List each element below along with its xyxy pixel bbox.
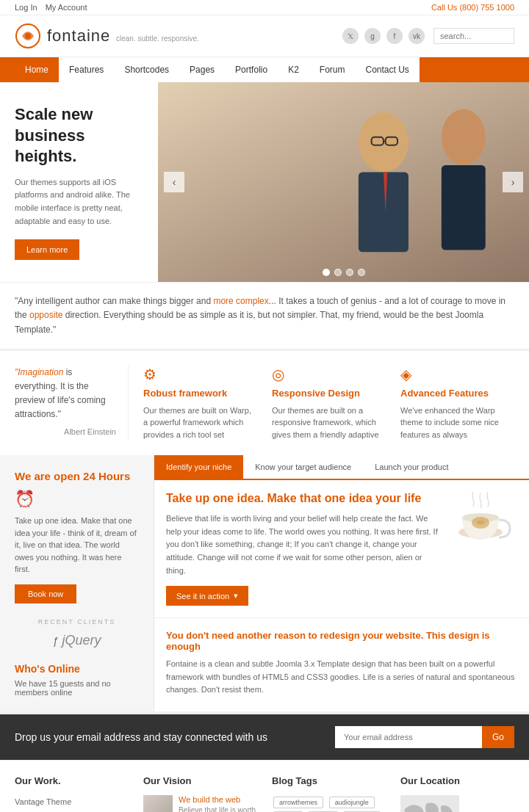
vk-icon[interactable]: vk <box>409 28 425 44</box>
book-now-button[interactable]: Book now <box>15 584 76 603</box>
newsletter-form: Go <box>335 726 514 748</box>
right-column: Identify your niche Know your target aud… <box>154 455 529 711</box>
nav-item-home[interactable]: Home <box>15 57 59 82</box>
open-24-title: We are open 24 Hours <box>15 470 139 482</box>
hero-description: Our themes supports all iOS platforms an… <box>15 176 143 228</box>
framework-icon: ⚙ <box>143 366 257 383</box>
responsive-icon: ◎ <box>272 366 386 383</box>
logo-tagline: clean. subtle. responsive. <box>116 35 199 43</box>
logo-text: fontaine <box>47 26 110 45</box>
recent-clients-section: RECENT CLIENTS ƒ jQuery <box>15 618 139 648</box>
svg-point-5 <box>442 109 486 165</box>
svg-rect-4 <box>359 172 409 252</box>
top-bar-left: Log In My Account <box>15 3 93 12</box>
footer-top: Our Work. Vantage Theme Lighthouse Theme… <box>0 760 529 812</box>
newsletter-email-input[interactable] <box>335 726 482 748</box>
login-link[interactable]: Log In <box>15 3 37 12</box>
footer-location-title: Our Location <box>400 775 514 786</box>
world-map-icon <box>400 795 459 812</box>
left-column: We are open 24 Hours ⏰ Take up one idea.… <box>0 455 154 711</box>
dropdown-icon: ▾ <box>234 591 238 601</box>
hero-image: ‹ › <box>158 82 529 282</box>
features-section: "Imagination is everything. It is the pr… <box>0 350 529 456</box>
tab-text: Take up one idea. Make that one idea you… <box>166 492 439 606</box>
hero-dot-4[interactable] <box>358 269 365 276</box>
google-icon[interactable]: g <box>364 28 381 44</box>
svg-rect-6 <box>442 165 486 250</box>
top-bar: Log In My Account Call Us (800) 755 1000 <box>0 0 529 15</box>
nav-item-features[interactable]: Features <box>59 57 114 82</box>
whos-online-title: Who's Online <box>15 663 139 675</box>
hero-dots <box>323 269 365 276</box>
facebook-icon[interactable]: f <box>386 28 403 44</box>
tag-audiojungle[interactable]: audiojungle <box>329 797 375 808</box>
logo-icon <box>15 23 41 49</box>
open-24-text: Take up one idea. Make that one idea you… <box>15 515 139 576</box>
svg-point-1 <box>25 33 31 39</box>
advanced-icon: ◈ <box>400 366 514 383</box>
clock-icon: ⏰ <box>15 490 139 509</box>
see-in-action-button[interactable]: See it in action ▾ <box>166 586 248 606</box>
nav-item-k2[interactable]: K2 <box>278 57 309 82</box>
footer-work-list: Vantage Theme Lighthouse Theme Fidelity … <box>15 795 129 812</box>
newsletter-go-button[interactable]: Go <box>482 726 514 748</box>
hero-section: Scale new business heights. Our themes s… <box>0 82 529 282</box>
tag-arrowthemes[interactable]: arrowthemes <box>273 797 323 808</box>
hero-dot-2[interactable] <box>334 269 342 276</box>
recent-clients-label: RECENT CLIENTS <box>15 618 139 626</box>
hero-dot-3[interactable] <box>346 269 353 276</box>
blog-text-1: Believe that life is worth living and yo… <box>179 805 257 812</box>
hero-dot-1[interactable] <box>323 269 330 276</box>
nav-item-contact[interactable]: Contact Us <box>356 57 420 82</box>
feature-responsive: ◎ Responsive Design Our themes are built… <box>272 366 386 441</box>
tab-content: Take up one idea. Make that one idea you… <box>154 480 529 617</box>
tabs-bar: Identify your niche Know your target aud… <box>154 455 529 480</box>
footer-vision: Our Vision We build the web Believe that… <box>143 775 257 812</box>
footer-tags: Blog Tags arrowthemes audiojungle CSS3 a… <box>272 775 386 812</box>
list-item[interactable]: Lighthouse Theme <box>15 808 129 812</box>
nav-item-shortcodes[interactable]: Shortcodes <box>114 57 179 82</box>
logo: fontaine clean. subtle. responsive. <box>15 23 199 49</box>
navbar: Home Features Shortcodes Pages Portfolio… <box>0 57 529 82</box>
hero-prev-button[interactable]: ‹ <box>164 172 184 192</box>
tab-content-text: Believe that life is worth living and yo… <box>166 512 439 577</box>
footer-vision-title: Our Vision <box>143 775 257 786</box>
list-item[interactable]: Vantage Theme <box>15 795 129 808</box>
whos-online-text: We have 15 guests and no members online <box>15 679 139 697</box>
tags-list: arrowthemes audiojungle CSS3 artwto Font… <box>272 795 386 812</box>
nav-item-pages[interactable]: Pages <box>179 57 225 82</box>
blog-item: We build the web Believe that life is wo… <box>143 795 257 812</box>
tab-content-inner: Take up one idea. Make that one idea you… <box>166 492 517 606</box>
hero-next-button[interactable]: › <box>503 172 523 192</box>
coffee-cup-svg <box>451 492 517 551</box>
nav-item-portfolio[interactable]: Portfolio <box>225 57 278 82</box>
header-right: 𝕏 g f vk <box>342 28 514 44</box>
search-input[interactable] <box>433 28 514 44</box>
main-content: We are open 24 Hours ⏰ Take up one idea.… <box>0 455 529 711</box>
blog-thumb-1 <box>143 795 173 812</box>
redesign-section: You don't need another reason to redesig… <box>154 617 529 708</box>
footer-work: Our Work. Vantage Theme Lighthouse Theme… <box>15 775 129 812</box>
redesign-text: Fontaine is a clean and subtle Joomla 3.… <box>166 658 517 697</box>
tab-identify[interactable]: Identify your niche <box>154 455 243 479</box>
redesign-title: You don't need another reason to redesig… <box>166 630 517 652</box>
whos-online-section: Who's Online We have 15 guests and no me… <box>15 663 139 697</box>
hero-image-svg <box>158 82 529 282</box>
hero-title: Scale new business heights. <box>15 104 143 167</box>
tab-target[interactable]: Know your target audience <box>243 455 363 479</box>
my-account-link[interactable]: My Account <box>46 3 87 12</box>
tab-coffee-image <box>451 492 517 606</box>
tab-content-title: Take up one idea. Make that one idea you… <box>166 492 439 505</box>
nav-item-forum[interactable]: Forum <box>309 57 356 82</box>
feature-robust: ⚙ Robust framework Our themes are built … <box>143 366 257 441</box>
quote-section: "Any intelligent author can make things … <box>0 282 529 349</box>
feature-advanced: ◈ Advanced Features We've enhanced the W… <box>400 366 514 441</box>
footer-tags-title: Blog Tags <box>272 775 386 786</box>
twitter-icon[interactable]: 𝕏 <box>342 28 359 44</box>
footer-location: Our Location Our offices are located all… <box>400 775 514 812</box>
social-icons: 𝕏 g f vk <box>342 28 425 44</box>
blog-link-1[interactable]: We build the web <box>179 795 257 804</box>
tab-launch[interactable]: Launch your product <box>363 455 460 479</box>
hero-cta-button[interactable]: Learn more <box>15 239 79 260</box>
footer-work-title: Our Work. <box>15 775 129 786</box>
